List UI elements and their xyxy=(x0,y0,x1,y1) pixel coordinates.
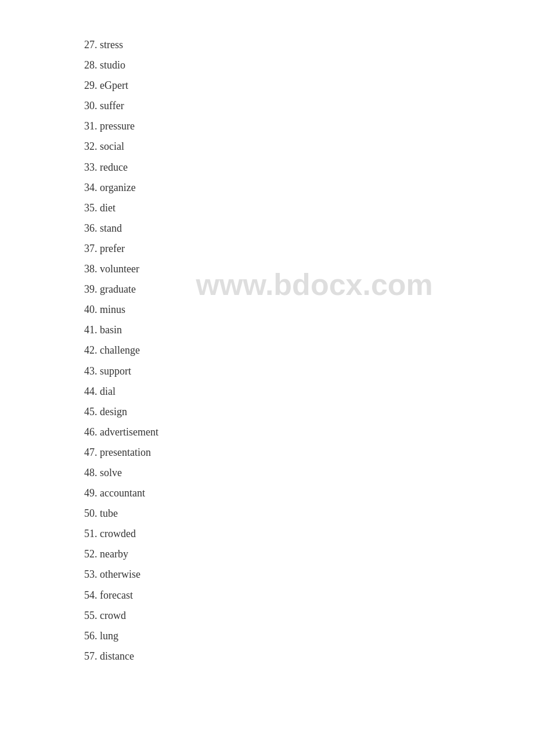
list-item: 35. diet xyxy=(84,198,534,218)
list-item: 42. challenge xyxy=(84,340,534,361)
list-item: 51. crowded xyxy=(84,524,534,544)
list-item: 52. nearby xyxy=(84,544,534,564)
list-item: 44. dial xyxy=(84,381,534,402)
list-item: 41. basin xyxy=(84,320,534,340)
list-item: 40. minus xyxy=(84,300,534,320)
list-item: 55. crowd xyxy=(84,606,534,626)
list-item: 37. prefer xyxy=(84,239,534,259)
list-item: 57. distance xyxy=(84,646,534,667)
list-item: 31. pressure xyxy=(84,116,534,136)
list-item: 48. solve xyxy=(84,463,534,483)
list-item: 30. suffer xyxy=(84,96,534,116)
list-item: 43. support xyxy=(84,361,534,381)
list-item: 33. reduce xyxy=(84,157,534,178)
list-item: 39. graduate xyxy=(84,279,534,300)
list-item: 53. otherwise xyxy=(84,564,534,585)
list-item: 29. eGpert xyxy=(84,75,534,96)
list-item: 36. stand xyxy=(84,218,534,239)
list-item: 56. lung xyxy=(84,626,534,646)
list-item: 27. stress xyxy=(84,35,534,55)
list-item: 38. volunteer xyxy=(84,259,534,279)
list-item: 34. organize xyxy=(84,178,534,198)
list-item: 49. accountant xyxy=(84,483,534,503)
list-item: 32. social xyxy=(84,136,534,157)
list-item: 47. presentation xyxy=(84,442,534,463)
list-item: 50. tube xyxy=(84,503,534,524)
list-item: 28. studio xyxy=(84,55,534,75)
list-item: 45. design xyxy=(84,402,534,422)
word-list: 27. stress28. studio29. eGpert30. suffer… xyxy=(0,0,534,701)
list-item: 46. advertisement xyxy=(84,422,534,442)
list-item: 54. forecast xyxy=(84,585,534,606)
